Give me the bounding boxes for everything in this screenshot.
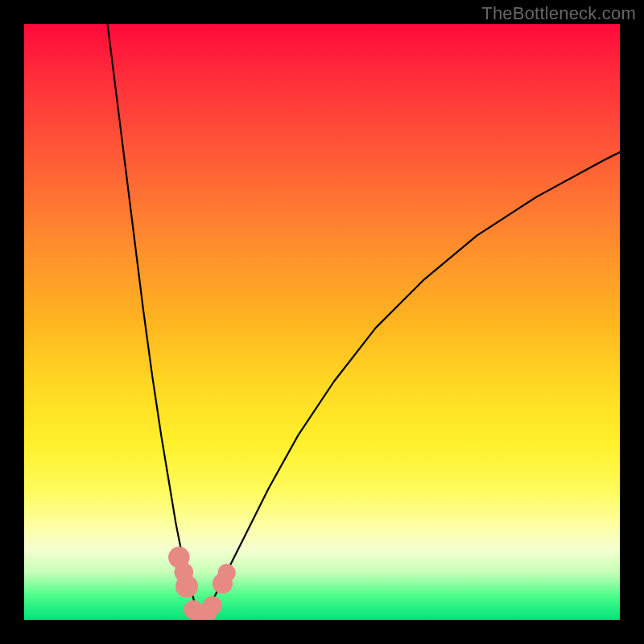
marker-bottom-4 [203,596,222,615]
marker-left-cluster-3 [175,576,198,598]
marker-right-cluster-2 [218,564,236,581]
plot-area [24,24,620,620]
curve-svg [24,24,620,620]
chart-frame: TheBottleneck.com [0,0,644,644]
curve-left [108,24,200,617]
curve-right [200,152,620,617]
watermark-text: TheBottleneck.com [481,3,636,24]
marker-group [168,547,236,620]
